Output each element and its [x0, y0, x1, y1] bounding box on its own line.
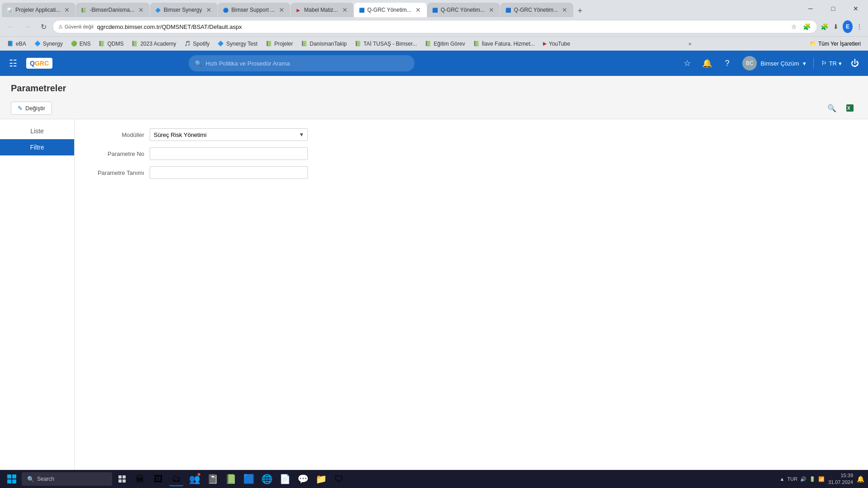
bookmark-youtube[interactable]: ▶ YouTube: [539, 39, 574, 48]
restore-button[interactable]: □: [823, 0, 844, 17]
taskbar-app-2[interactable]: 🖼: [151, 472, 165, 486]
tab-close-8[interactable]: ✕: [561, 6, 569, 14]
tab-close-7[interactable]: ✕: [487, 6, 495, 14]
address-icons: ☆ 🧩: [789, 22, 811, 32]
tab-3[interactable]: 🔷 Bimser Synergy ✕: [150, 3, 217, 17]
tab-close-2[interactable]: ✕: [137, 6, 145, 14]
bookmark-spotify[interactable]: 🎵 Spotify: [181, 39, 213, 48]
user-menu-button[interactable]: BC Bimser Çözüm ▾: [739, 54, 809, 72]
app-search-input[interactable]: [206, 60, 408, 67]
app-menu-icon[interactable]: ☷: [7, 56, 19, 70]
close-button[interactable]: ✕: [845, 0, 866, 17]
help-button[interactable]: ?: [719, 55, 735, 71]
profile-letter[interactable]: E: [843, 20, 853, 33]
taskbar-app-3[interactable]: 🗂: [169, 472, 184, 486]
star-icon[interactable]: ☆: [789, 22, 799, 32]
tab-5[interactable]: ▶ Mabel Matiz... ✕: [291, 3, 354, 17]
address-bar[interactable]: ⚠ Güvenli değil qgrcdemo.bimser.com.tr/Q…: [52, 20, 817, 33]
tab-close-3[interactable]: ✕: [205, 6, 213, 14]
excel-export-button[interactable]: X: [843, 101, 857, 115]
taskview-button[interactable]: [115, 472, 129, 486]
notifications-button[interactable]: 🔔: [699, 55, 715, 71]
address-bar-row: ← → ↻ ⚠ Güvenli değil qgrcdemo.bimser.co…: [0, 17, 868, 36]
taskbar-app-5[interactable]: 💬: [296, 472, 310, 486]
profile-icon[interactable]: E: [843, 22, 853, 32]
tab-close-5[interactable]: ✕: [341, 6, 349, 14]
danisman-icon: 📗: [301, 41, 307, 47]
tab-8[interactable]: 🟦 Q-GRC Yönetim... ✕: [500, 3, 573, 17]
app-search-bar[interactable]: 🔍: [189, 55, 415, 71]
chevron-up-icon[interactable]: ▲: [779, 476, 784, 482]
taskbar-app-4[interactable]: 🟦: [241, 472, 256, 486]
power-button[interactable]: ⏻: [849, 57, 861, 70]
security-badge[interactable]: ⚠ Güvenli değil: [58, 24, 94, 30]
parametre-no-input[interactable]: [150, 147, 308, 160]
modul-select[interactable]: Süreç Risk Yönetimi Kalite Yönetimi İSG …: [150, 128, 308, 141]
notification-center-icon[interactable]: 🔔: [857, 475, 864, 483]
reload-button[interactable]: ↻: [36, 19, 51, 34]
taskbar-app-onenote[interactable]: 📓: [205, 472, 220, 486]
tab-title-5: Mabel Matiz...: [304, 7, 338, 13]
tab-close-1[interactable]: ✕: [63, 6, 71, 14]
spotify-label: Spotify: [193, 41, 210, 47]
lang-arrow: ▾: [839, 60, 842, 67]
forward-button[interactable]: →: [20, 19, 34, 34]
back-button[interactable]: ←: [4, 19, 18, 34]
favorites-button[interactable]: ☆: [679, 55, 695, 71]
tab-favicon-1: 📊: [6, 7, 13, 13]
taskbar-sys-icons: ▲ TUR 🔊 🔋 📶: [779, 476, 825, 482]
settings-icon[interactable]: ⋮: [854, 22, 864, 32]
bookmark-danisman[interactable]: 📗 DanismanTakip: [297, 39, 350, 48]
search-icon: 🔍: [195, 60, 202, 67]
bookmark-ilave[interactable]: 📗 İlave Fatura. Hizmet...: [470, 39, 538, 48]
battery-icon[interactable]: 🔋: [809, 476, 816, 482]
sidebar: Liste Filtre: [0, 119, 75, 470]
bookmark-tai[interactable]: 📗 TAİ TUSAŞ - Bimser...: [351, 39, 420, 48]
taskbar-app-files[interactable]: 📁: [314, 472, 328, 486]
taskbar-app-excel[interactable]: 📗: [223, 472, 238, 486]
tab-2[interactable]: 📗 -BimserDanisma... ✕: [76, 3, 150, 17]
extensions-button[interactable]: 🧩: [819, 22, 829, 32]
tab-close-4[interactable]: ✕: [278, 6, 286, 14]
all-places-folder[interactable]: 📁 Tüm Yer İşaretleri: [806, 39, 864, 48]
tab-close-6[interactable]: ✕: [414, 6, 422, 14]
tab-favicon-7: 🟦: [432, 7, 438, 13]
start-button[interactable]: [4, 471, 20, 487]
new-tab-button[interactable]: +: [574, 5, 586, 17]
tab-7[interactable]: 🟦 Q-GRC Yönetim... ✕: [427, 3, 500, 17]
speaker-icon[interactable]: 🔊: [800, 476, 807, 482]
bookmarks-overflow[interactable]: »: [686, 39, 694, 48]
tab-6[interactable]: 🟦 Q-GRC Yönetim... ✕: [354, 3, 427, 17]
bookmark-2023academy[interactable]: 📗 2023 Academy: [128, 39, 179, 48]
taskbar-app-1[interactable]: 🏛: [133, 472, 147, 486]
extension-icon[interactable]: 🧩: [802, 22, 811, 32]
bookmark-synergy-test[interactable]: 🔷 Synergy Test: [214, 39, 261, 48]
bookmark-ens[interactable]: 🟢 ENS: [67, 39, 94, 48]
parametre-tanim-input[interactable]: [150, 166, 308, 179]
bookmark-egitim[interactable]: 📗 Eğitim Görev: [421, 39, 468, 48]
bookmark-synergy[interactable]: 🔷 Synergy: [31, 39, 66, 48]
bookmark-eba[interactable]: 📘 eBA: [4, 39, 30, 48]
bookmark-qdms[interactable]: 📗 QDMS: [95, 39, 127, 48]
sidebar-item-filtre[interactable]: Filtre: [0, 139, 74, 155]
search-toolbar-button[interactable]: 🔍: [825, 101, 839, 115]
sidebar-item-liste[interactable]: Liste: [0, 123, 74, 139]
taskbar-time[interactable]: 15:39 31.07.2024: [828, 472, 853, 486]
taskbar-app-chrome[interactable]: 🌐: [259, 472, 274, 486]
tab-1[interactable]: 📊 Projeler Applicati... ✕: [2, 3, 75, 17]
network-icon[interactable]: 📶: [818, 476, 825, 482]
taskbar-app-word[interactable]: 📄: [278, 472, 292, 486]
app-logo[interactable]: QGRC: [26, 58, 52, 69]
danisman-label: DanismanTakip: [310, 41, 347, 47]
taskbar-app-teams[interactable]: 👥: [187, 472, 202, 486]
tab-4[interactable]: 🔵 Bimser Support ... ✕: [218, 3, 290, 17]
date-display: 31.07.2024: [828, 479, 853, 486]
language-button[interactable]: 🏳 TR ▾: [817, 58, 845, 69]
minimize-button[interactable]: ─: [800, 0, 821, 17]
taskbar-app-security[interactable]: 🛡: [332, 472, 346, 486]
eba-icon: 📘: [7, 41, 14, 47]
download-icon[interactable]: ⬇: [831, 22, 841, 32]
bookmark-projeler[interactable]: 📗 Projeler: [262, 39, 297, 48]
taskbar-search-bar[interactable]: 🔍 Search: [22, 472, 112, 486]
degistir-button[interactable]: ✎ Değiştir: [11, 102, 52, 115]
